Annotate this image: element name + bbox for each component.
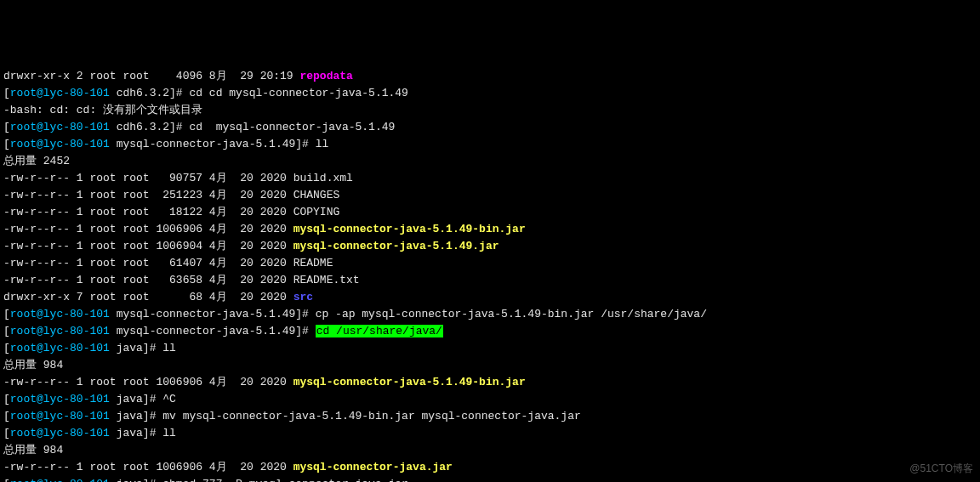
terminal-line: [root@lyc-80-101 java]# chmod 777 -R mys…	[3, 476, 977, 482]
terminal-line: 总用量 2452	[3, 153, 977, 170]
terminal-line: -rw-r--r-- 1 root root 1006906 4月 20 202…	[3, 459, 977, 476]
terminal-line: [root@lyc-80-101 cdh6.3.2]# cd mysql-con…	[3, 119, 977, 136]
terminal-line: drwxr-xr-x 7 root root 68 4月 20 2020 src	[3, 289, 977, 306]
terminal-line: -rw-r--r-- 1 root root 1006906 4月 20 202…	[3, 374, 977, 391]
terminal-line: 总用量 984	[3, 357, 977, 374]
terminal-line: [root@lyc-80-101 mysql-connector-java-5.…	[3, 323, 977, 340]
terminal-line: -rw-r--r-- 1 root root 63658 4月 20 2020 …	[3, 272, 977, 289]
terminal-line: -rw-r--r-- 1 root root 1006906 4月 20 202…	[3, 221, 977, 238]
terminal-output: drwxr-xr-x 2 root root 4096 8月 29 20:19 …	[3, 68, 977, 482]
terminal-line: -bash: cd: cd: 没有那个文件或目录	[3, 102, 977, 119]
terminal-line: -rw-r--r-- 1 root root 61407 4月 20 2020 …	[3, 255, 977, 272]
terminal-line: 总用量 984	[3, 442, 977, 459]
terminal-line: [root@lyc-80-101 cdh6.3.2]# cd cd mysql-…	[3, 85, 977, 102]
terminal-line: [root@lyc-80-101 java]# ^C	[3, 391, 977, 408]
terminal-line: [root@lyc-80-101 java]# ll	[3, 425, 977, 442]
terminal-line: drwxr-xr-x 2 root root 4096 8月 29 20:19 …	[3, 68, 977, 85]
terminal-line: -rw-r--r-- 1 root root 90757 4月 20 2020 …	[3, 170, 977, 187]
terminal-line: [root@lyc-80-101 mysql-connector-java-5.…	[3, 136, 977, 153]
terminal-line: [root@lyc-80-101 java]# mv mysql-connect…	[3, 408, 977, 425]
terminal-line: -rw-r--r-- 1 root root 1006904 4月 20 202…	[3, 238, 977, 255]
watermark: @51CTO博客	[909, 460, 973, 477]
terminal-line: -rw-r--r-- 1 root root 251223 4月 20 2020…	[3, 187, 977, 204]
terminal-line: [root@lyc-80-101 mysql-connector-java-5.…	[3, 306, 977, 323]
terminal-line: -rw-r--r-- 1 root root 18122 4月 20 2020 …	[3, 204, 977, 221]
terminal-line: [root@lyc-80-101 java]# ll	[3, 340, 977, 357]
